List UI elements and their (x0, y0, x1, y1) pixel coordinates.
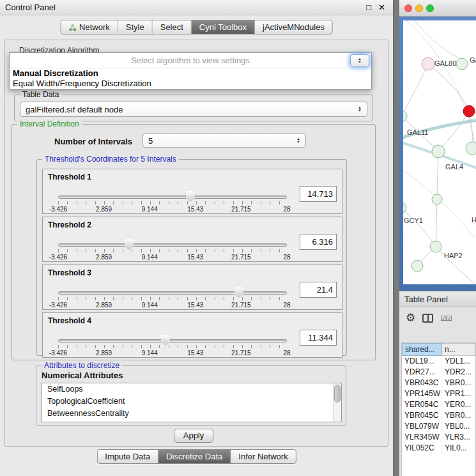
slider-thumb[interactable] (186, 191, 195, 202)
gear-icon[interactable]: ⚙ (406, 311, 415, 326)
table-row[interactable]: YBL079WYBL0... (402, 421, 475, 432)
combo-arrow-button[interactable]: ▲ ▼ (350, 54, 369, 67)
slider-ticks (58, 249, 287, 252)
scale-tick-label: 21.715 (231, 349, 251, 357)
slider-thumb[interactable] (234, 287, 243, 298)
list-scrollbar[interactable] (333, 383, 341, 422)
scale-tick-label: 28 (283, 349, 290, 357)
number-of-intervals-combobox[interactable]: 5 ▲▼ (142, 134, 306, 148)
algorithm-combobox[interactable]: Select algorithm to view settings ▲ ▼ (10, 53, 371, 68)
tab-label: jActiveMNodules (263, 22, 325, 32)
tab-infer-network[interactable]: Infer Network (231, 450, 295, 463)
table-cell-shared-name: YDR27... (402, 367, 442, 378)
numerical-attributes-list[interactable]: SelfLoopsTopologicalCoefficientBetweenne… (42, 383, 342, 422)
threshold-value-field[interactable]: 14.713 (300, 186, 337, 202)
threshold-panel: Threshold 2-3.4262.8599.14415.4321.71528… (42, 217, 342, 262)
tab-impute-data[interactable]: Impute Data (97, 450, 158, 463)
threshold-panels: Threshold 1-3.4262.8599.14415.4321.71528… (42, 169, 342, 355)
slider-track (58, 291, 287, 295)
network-node[interactable] (463, 105, 475, 117)
slider-ticks (58, 201, 287, 204)
slider-thumb[interactable] (125, 239, 134, 250)
scale-tick-label: 2.859 (96, 302, 112, 309)
algorithm-option[interactable]: Equal Width/Frequency Discretization (10, 79, 371, 89)
threshold-slider[interactable]: -3.4262.8599.14415.4321.71528 (58, 242, 287, 261)
attribute-item[interactable]: BetweennessCentrality (42, 408, 341, 420)
table-cell-name: YIL0... (442, 443, 475, 454)
table-row[interactable]: YER054CYER0... (402, 399, 475, 410)
scale-tick-label: 15.43 (187, 206, 203, 213)
network-window-frame: GAL80GAGAL11GAL4GCY1HHAP2 (399, 17, 476, 291)
table-row[interactable]: YPR145WYPR1... (402, 388, 475, 399)
table-row[interactable]: YDL19...YDL1... (402, 356, 475, 367)
apply-button[interactable]: Apply (174, 429, 213, 443)
network-node[interactable] (456, 58, 468, 70)
tab-discretize-data[interactable]: Discretize Data (158, 450, 231, 463)
table-cell-shared-name: YER054C (402, 399, 442, 410)
thresholds-group-label: Threshold's Coordinates for 5 Intervals (42, 155, 179, 164)
select-columns-icon[interactable]: ☑☑ (440, 314, 452, 323)
network-node[interactable] (422, 58, 434, 70)
slider-ticks (58, 297, 287, 300)
scrollbar-thumb[interactable] (334, 385, 341, 403)
scale-tick-label: 21.715 (231, 206, 251, 213)
network-node[interactable] (403, 111, 407, 122)
table-row[interactable]: YBR045CYBR0... (402, 410, 475, 421)
tab-style[interactable]: Style (118, 20, 153, 34)
threshold-slider[interactable]: -3.4262.8599.14415.4321.71528 (58, 338, 287, 357)
table-data-combobox[interactable]: galFiltered.sif default node ▲▼ (20, 102, 367, 117)
table-data-group-label: Table Data (20, 90, 61, 99)
close-window-icon[interactable]: ✕ (378, 0, 385, 15)
columns-icon[interactable] (422, 314, 433, 323)
threshold-slider[interactable]: -3.4262.8599.14415.4321.71528 (58, 290, 287, 309)
attribute-item[interactable]: SelfLoops (42, 383, 341, 395)
float-window-icon[interactable]: □ (366, 0, 371, 15)
scale-tick-label: 9.144 (142, 349, 158, 357)
network-view-window: GAL80GAGAL11GAL4GCY1HHAP2 (399, 0, 476, 291)
node-label: GCY1 (404, 217, 423, 224)
tab-jactivemnodules[interactable]: jActiveMNodules (255, 20, 332, 34)
network-node[interactable] (466, 142, 476, 155)
attributes-group-label: Attributes to discretize (42, 361, 122, 370)
tab-cyni-toolbox[interactable]: Cyni Toolbox (192, 20, 255, 34)
number-of-intervals-value: 5 (148, 136, 153, 146)
threshold-value-field[interactable]: 6.316 (300, 234, 337, 250)
column-header-name[interactable]: n... (442, 343, 475, 356)
algorithm-option[interactable]: Manual Discretization (10, 68, 371, 79)
tab-label: Style (126, 22, 144, 32)
table-row[interactable]: YLR345WYLR3... (402, 432, 475, 443)
table-cell-shared-name: YPR145W (402, 388, 442, 399)
table-data-value: galFiltered.sif default node (26, 105, 123, 114)
zoom-traffic-light-icon[interactable] (426, 4, 434, 12)
table-body: YDL19...YDL1...YDR27...YDR2...YBR043CYBR… (402, 356, 475, 454)
tab-select[interactable]: Select (153, 20, 192, 34)
network-node[interactable] (430, 241, 441, 252)
attribute-item[interactable]: TopologicalCoefficient (42, 395, 341, 408)
scale-tick-label: 28 (283, 302, 290, 309)
table-row[interactable]: YBR043CYBR0... (402, 378, 475, 388)
network-node[interactable] (432, 194, 442, 204)
scale-tick-label: 15.43 (187, 254, 203, 261)
table-cell-name: YDL1... (442, 356, 475, 367)
close-traffic-light-icon[interactable] (404, 4, 412, 12)
tab-network[interactable]: Network (61, 20, 118, 34)
table-row[interactable]: YDR27...YDR2... (402, 367, 475, 378)
network-node[interactable] (403, 202, 406, 213)
scale-tick-label: 15.43 (187, 302, 203, 309)
algorithm-popup-list: Manual DiscretizationEqual Width/Frequen… (10, 68, 371, 89)
network-node[interactable] (432, 145, 445, 158)
threshold-slider[interactable]: -3.4262.8599.14415.4321.71528 (58, 194, 287, 213)
scale-tick-label: 15.43 (187, 349, 203, 357)
table-row[interactable]: YIL052CYIL0... (402, 443, 475, 454)
table-cell-shared-name: YBL079W (402, 421, 442, 432)
network-canvas[interactable]: GAL80GAGAL11GAL4GCY1HHAP2 (403, 20, 476, 284)
slider-thumb[interactable] (161, 335, 170, 346)
network-window-titlebar (399, 0, 476, 17)
threshold-value-field[interactable]: 21.4 (300, 282, 337, 298)
threshold-value-field[interactable]: 11.344 (300, 330, 337, 346)
minimize-traffic-light-icon[interactable] (415, 4, 423, 12)
column-header-shared-name[interactable]: shared... (402, 343, 442, 356)
table-cell-name: YPR1... (442, 388, 475, 399)
slider-track (58, 243, 287, 247)
network-node[interactable] (411, 260, 423, 272)
